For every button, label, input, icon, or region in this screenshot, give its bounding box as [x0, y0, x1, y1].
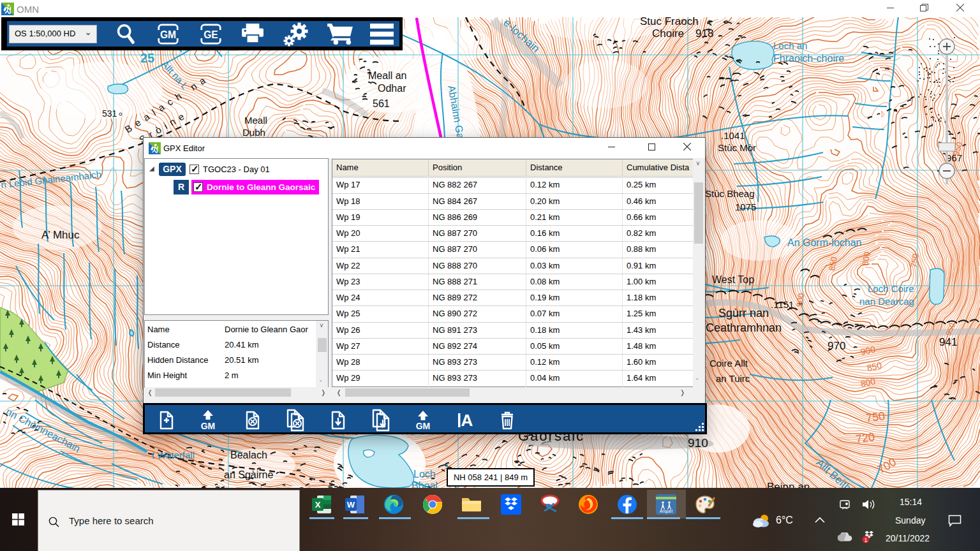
svg-text:Meall an: Meall an: [368, 70, 406, 81]
svg-text:531: 531: [102, 108, 117, 119]
svg-text:X: X: [315, 500, 321, 510]
svg-text:Loch an: Loch an: [773, 40, 807, 51]
svg-text:1: 1: [864, 537, 867, 543]
svg-text:Stùc Mòr: Stùc Mòr: [718, 142, 756, 153]
svg-text:Choire: Choire: [652, 27, 684, 40]
svg-text:GM: GM: [160, 29, 175, 40]
svg-text:720: 720: [855, 430, 876, 446]
svg-text:GM: GM: [201, 421, 216, 431]
svg-text:750: 750: [865, 409, 886, 425]
svg-text:GM: GM: [416, 421, 431, 431]
svg-text:.1041: .1041: [721, 130, 745, 141]
svg-text:Stuc Fraoch: Stuc Fraoch: [640, 17, 699, 27]
svg-text:West Top: West Top: [712, 274, 754, 285]
svg-text:Bealach: Bealach: [230, 450, 267, 460]
svg-text:A: A: [461, 411, 473, 430]
svg-text:GE: GE: [204, 29, 218, 40]
svg-text:941: 941: [939, 336, 957, 348]
svg-text:A’ Mhuc: A’ Mhuc: [41, 229, 80, 241]
svg-text:Odhar: Odhar: [378, 83, 406, 94]
svg-text:W: W: [347, 500, 355, 510]
svg-text:Sgùrr nan: Sgùrr nan: [718, 307, 769, 320]
svg-text:an Tuirc: an Tuirc: [716, 373, 750, 384]
svg-text:1075: 1075: [735, 202, 756, 212]
svg-text:Stùc Bheag: Stùc Bheag: [705, 188, 755, 199]
svg-text:.1151: .1151: [771, 299, 794, 310]
svg-text:25: 25: [140, 51, 154, 65]
svg-text:Dubh: Dubh: [242, 127, 265, 138]
svg-text:Beinn an: Beinn an: [767, 481, 810, 488]
svg-text:Loch: Loch: [413, 469, 436, 480]
svg-text:Bheal: Bheal: [412, 480, 438, 488]
svg-text:Meall: Meall: [244, 115, 267, 126]
svg-text:Loch Coire: Loch Coire: [868, 283, 914, 294]
svg-text:t Waterfall: t Waterfall: [152, 450, 195, 460]
svg-text:918: 918: [695, 27, 713, 40]
svg-text:an Sgàirne: an Sgàirne: [224, 469, 273, 480]
svg-text:Fhraoich-choire: Fhraoich-choire: [773, 53, 844, 64]
svg-text:561: 561: [373, 98, 390, 109]
svg-text:Coire Allt: Coire Allt: [709, 358, 748, 369]
svg-text:910: 910: [688, 436, 708, 450]
svg-text:Ceathramhnan: Ceathramhnan: [706, 321, 782, 334]
svg-text:970: 970: [828, 340, 845, 352]
svg-text:An Gorm-lochan: An Gorm-lochan: [787, 237, 862, 248]
svg-text:nan Dearcag: nan Dearcag: [859, 296, 914, 307]
